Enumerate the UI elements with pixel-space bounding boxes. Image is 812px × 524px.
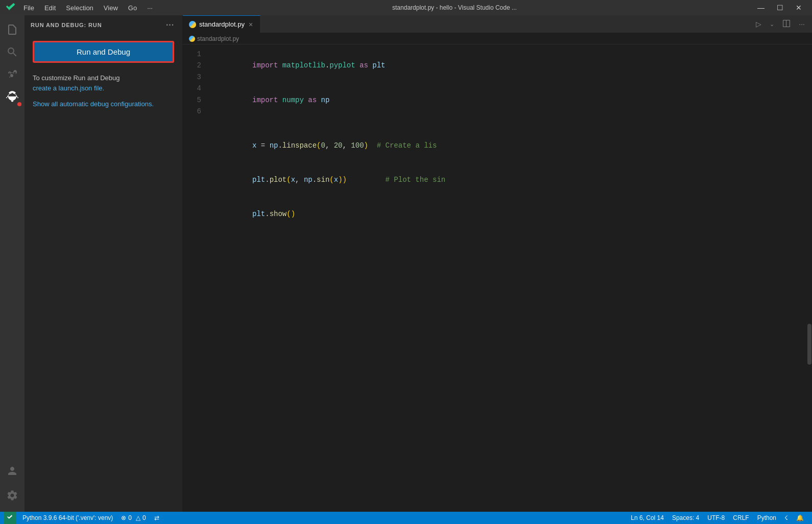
title-bar: File Edit Selection View Go ··· standard… [0,0,812,15]
sync-icon: ⇄ [154,514,159,521]
sidebar-more-actions-button[interactable]: ··· [164,19,176,31]
warning-icon: △ [136,514,140,521]
encoding-status[interactable]: UTF-8 [703,512,729,524]
remote-status-button[interactable] [4,512,16,524]
editor-tab-standardplot[interactable]: standardplot.py × [183,15,260,33]
code-editor[interactable]: 1 2 3 4 5 6 import matplotlib.pyplot as … [183,44,812,512]
python-version-status[interactable]: Python 3.9.6 64-bit ('.venv': venv) [18,512,117,524]
sidebar-header-actions: ··· [164,19,176,31]
activity-source-control-icon[interactable] [2,64,22,85]
line-numbers: 1 2 3 4 5 6 [183,49,207,508]
activity-debug-icon[interactable] [2,87,22,107]
python-version-text: Python 3.9.6 64-bit ('.venv': venv) [22,514,113,521]
errors-status[interactable]: ⊗ 0 △ 0 [117,512,150,524]
menu-more[interactable]: ··· [143,3,157,13]
editor-scrollbar[interactable] [807,49,812,508]
breadcrumb: standardplot.py [183,33,812,44]
code-line-4: x = np.linspace(0, 20, 100) # Create a l… [207,129,807,163]
maximize-button[interactable]: ☐ [772,3,789,13]
show-all-debug-configs-link[interactable]: Show all automatic debug configurations. [33,100,154,108]
encoding-text: UTF-8 [707,514,725,521]
more-actions-button[interactable]: ··· [796,18,808,30]
tab-close-button[interactable]: × [248,19,254,30]
line-ending-text: CRLF [733,514,749,521]
status-bar: Python 3.9.6 64-bit ('.venv': venv) ⊗ 0 … [0,512,812,524]
create-launch-json-link[interactable]: create a launch.json file. [33,84,104,92]
show-all-link-block: Show all automatic debug configurations. [25,97,182,112]
language-text: Python [757,514,776,521]
menu-selection[interactable]: Selection [62,3,97,13]
activity-explorer-icon[interactable] [2,19,22,40]
main-area: RUN AND DEBUG: RUN ··· Run and Debug To … [0,15,812,512]
bell-icon: 🔔 [796,514,804,521]
menu-edit[interactable]: Edit [40,3,60,13]
run-dropdown-button[interactable]: ⌄ [767,19,777,30]
vscode-logo-icon [5,2,16,13]
sidebar-customize-text: To customize Run and Debug create a laun… [25,69,182,97]
python-file-icon [189,21,196,28]
window-title: standardplot.py - hello - Visual Studio … [157,4,752,11]
line-ending-status[interactable]: CRLF [729,512,753,524]
run-and-debug-button[interactable]: Run and Debug [33,41,174,63]
activity-bar [0,15,25,512]
run-file-button[interactable]: ▷ [753,18,765,30]
activity-search-icon[interactable] [2,42,22,62]
notification-bell[interactable]: 🔔 [792,512,808,524]
branch-status[interactable]: ⇄ [150,512,163,524]
sidebar: RUN AND DEBUG: RUN ··· Run and Debug To … [25,15,183,512]
spaces-text: Spaces: 4 [672,514,699,521]
tab-bar: standardplot.py × ▷ ⌄ ··· [183,15,812,33]
code-line-5: plt.plot(x, np.sin(x)) # Plot the sin [207,163,807,197]
code-content[interactable]: import matplotlib.pyplot as plt import n… [207,49,807,508]
activity-accounts-icon[interactable] [2,461,22,481]
tab-label: standardplot.py [199,20,245,28]
split-editor-button[interactable] [779,17,794,31]
error-icon: ⊗ [121,514,126,521]
code-line-6: plt.show() [207,197,807,231]
sidebar-header: RUN AND DEBUG: RUN ··· [25,15,182,35]
scrollbar-thumb[interactable] [807,324,811,365]
code-line-1: import matplotlib.pyplot as plt [207,49,807,83]
cursor-position-text: Ln 6, Col 14 [631,514,664,521]
code-line-2: import numpy as np [207,83,807,117]
indentation-status[interactable]: Spaces: 4 [668,512,703,524]
sidebar-header-title: RUN AND DEBUG: RUN [31,22,102,28]
title-bar-menu: File Edit Selection View Go ··· [19,3,157,13]
tab-actions: ▷ ⌄ ··· [753,15,812,33]
feedback-button[interactable]: ☇ [780,512,792,524]
breadcrumb-filename: standardplot.py [197,35,239,42]
activity-settings-icon[interactable] [2,485,22,506]
code-line-3 [207,117,807,128]
editor-area: standardplot.py × ▷ ⌄ ··· standardplot.p… [183,15,812,512]
feedback-icon: ☇ [784,514,788,521]
window-controls: — ☐ ✕ [752,3,807,13]
language-mode-status[interactable]: Python [753,512,780,524]
menu-go[interactable]: Go [124,3,141,13]
menu-view[interactable]: View [100,3,122,13]
close-button[interactable]: ✕ [791,3,807,13]
cursor-position-status[interactable]: Ln 6, Col 14 [627,512,668,524]
menu-file[interactable]: File [19,3,38,13]
minimize-button[interactable]: — [752,3,770,13]
breadcrumb-python-icon [189,36,195,42]
warning-count: 0 [142,514,146,521]
error-count: 0 [128,514,132,521]
